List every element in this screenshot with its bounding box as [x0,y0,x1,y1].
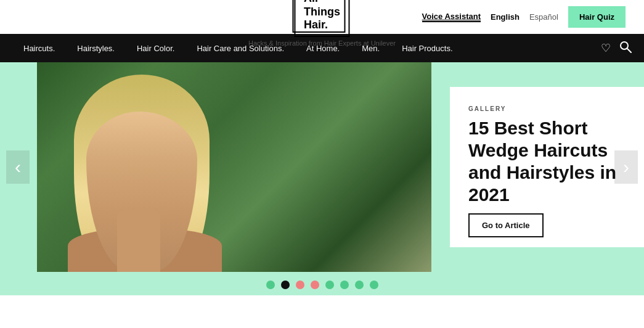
nav-item-haircuts[interactable]: Haircuts. [12,34,66,62]
hero-title: 15 Best Short Wedge Haircuts and Hairsty… [468,117,626,206]
logo-container: All Things Hair. Hacks & Inspiration fro… [248,0,396,47]
dot-8[interactable] [370,281,378,289]
logo-tagline: Hacks & Inspiration from Hair Experts at… [248,39,396,47]
hair-quiz-button[interactable]: Hair Quiz [568,6,626,28]
wishlist-icon[interactable]: ♡ [601,41,611,55]
nav-item-hairstyles[interactable]: Hairstyles. [66,34,126,62]
dot-3[interactable] [296,281,304,289]
nav-icons: ♡ [601,41,632,56]
svg-point-0 [621,42,628,49]
go-to-article-button[interactable]: Go to Article [468,213,544,237]
logo-line3: Hair. [304,18,328,31]
gallery-label: GALLERY [468,105,626,112]
voice-assistant-link[interactable]: Voice Assistant [422,12,481,22]
prev-arrow[interactable]: ‹ [6,150,30,184]
search-icon[interactable] [619,41,632,56]
nav-item-hair-products[interactable]: Hair Products. [391,34,463,62]
nav-item-hair-color[interactable]: Hair Color. [126,34,185,62]
dots-container [0,272,644,295]
dot-1[interactable] [266,281,275,289]
logo-box[interactable]: All Things Hair. [295,0,350,37]
dot-2[interactable] [281,281,290,289]
header-right: Voice Assistant English Español Hair Qui… [422,6,626,28]
logo-line1: All [304,0,318,4]
header: All Things Hair. Hacks & Inspiration fro… [0,0,644,34]
dot-5[interactable] [325,281,334,289]
dot-4[interactable] [311,281,319,289]
hero-photo-bg [37,62,431,272]
espanol-lang-button[interactable]: Español [529,12,558,22]
neck-shape [117,210,160,272]
logo-line2: Things [304,6,340,18]
dot-7[interactable] [355,281,364,289]
dot-6[interactable] [340,281,349,289]
hero-section: ‹ GALLERY 15 Best Short Wedge Haircuts a… [0,62,644,272]
logo-text: All Things Hair. [304,0,340,32]
next-arrow[interactable]: › [614,150,638,184]
hero-image [37,62,431,272]
english-lang-button[interactable]: English [491,12,520,22]
svg-line-1 [627,49,631,52]
